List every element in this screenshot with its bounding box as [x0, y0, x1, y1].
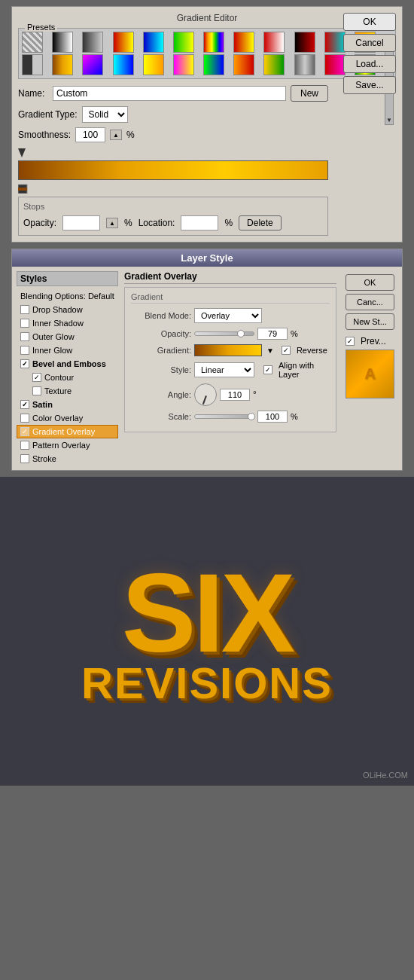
preset-13[interactable] [22, 54, 43, 75]
ok-button[interactable]: OK [343, 13, 396, 31]
preset-21[interactable] [263, 54, 285, 75]
banner: SIX REVISIONS OLiHe.COM [0, 477, 414, 786]
preset-9[interactable] [263, 32, 285, 53]
inner-shadow-checkbox[interactable] [20, 319, 29, 328]
name-input[interactable] [53, 86, 286, 101]
sidebar-bevel-emboss[interactable]: Bevel and Emboss [17, 357, 118, 371]
sidebar-inner-glow[interactable]: Inner Glow [17, 343, 118, 357]
delete-button[interactable]: Delete [239, 215, 282, 230]
sidebar-drop-shadow[interactable]: Drop Shadow [17, 303, 118, 316]
sidebar-outer-glow[interactable]: Outer Glow [17, 330, 118, 343]
angle-line [202, 395, 207, 405]
blending-options-label: Blending Options: Default [20, 292, 114, 301]
scale-input[interactable] [257, 411, 288, 423]
texture-label: Texture [44, 386, 72, 395]
preset-18[interactable] [173, 54, 194, 75]
load-button[interactable]: Load... [343, 55, 396, 73]
align-checkbox[interactable] [263, 365, 272, 374]
gradient-bar[interactable] [18, 160, 328, 180]
angle-input[interactable] [220, 389, 250, 401]
color-overlay-checkbox[interactable] [20, 414, 29, 423]
preset-1[interactable] [22, 32, 43, 53]
sidebar-texture[interactable]: Texture [17, 384, 118, 398]
preset-10[interactable] [294, 32, 315, 53]
satin-checkbox[interactable] [20, 400, 29, 409]
sidebar-styles-label[interactable]: Styles [17, 271, 118, 286]
preset-19[interactable] [203, 54, 224, 75]
satin-label: Satin [32, 400, 53, 409]
top-stops [18, 148, 328, 159]
smoothness-input[interactable] [75, 127, 105, 142]
scroll-down-icon[interactable]: ▼ [386, 117, 392, 124]
angle-dial[interactable] [194, 383, 217, 406]
ls-cancel-button[interactable]: Canc... [346, 294, 394, 310]
preview-checkbox[interactable] [346, 337, 355, 346]
opacity-slider[interactable] [194, 331, 254, 336]
smoothness-row: Smoothness: ▲ % [18, 127, 328, 142]
preset-2[interactable] [52, 32, 73, 53]
sidebar-color-overlay[interactable]: Color Overlay [17, 411, 118, 425]
texture-checkbox[interactable] [32, 386, 41, 395]
smoothness-stepper-up[interactable]: ▲ [110, 130, 122, 140]
layer-style-title: Layer Style [12, 249, 402, 267]
preset-17[interactable] [143, 54, 164, 75]
sidebar-contour[interactable]: Contour [17, 371, 118, 384]
sidebar-blending-options[interactable]: Blending Options: Default [17, 289, 118, 303]
scale-slider-thumb[interactable] [248, 413, 255, 420]
opacity-input[interactable] [62, 215, 100, 230]
gradient-preview[interactable] [194, 344, 262, 356]
preset-22[interactable] [294, 54, 315, 75]
preset-11[interactable] [324, 32, 346, 53]
preset-3[interactable] [82, 32, 103, 53]
stroke-checkbox[interactable] [20, 454, 29, 463]
preset-7[interactable] [203, 32, 224, 53]
drop-shadow-checkbox[interactable] [20, 305, 29, 314]
stroke-label: Stroke [32, 454, 56, 463]
sidebar-stroke[interactable]: Stroke [17, 452, 118, 466]
top-stop-left-icon[interactable] [18, 148, 26, 157]
opacity-stepper[interactable]: ▲ [106, 218, 118, 228]
preset-15[interactable] [82, 54, 103, 75]
preset-4[interactable] [113, 32, 134, 53]
gradient-dropdown-icon[interactable]: ▼ [266, 347, 274, 355]
smoothness-pct: % [126, 130, 135, 140]
preset-20[interactable] [233, 54, 254, 75]
opacity-slider-thumb[interactable] [237, 330, 245, 337]
location-input[interactable] [181, 215, 218, 230]
bevel-emboss-checkbox[interactable] [20, 359, 29, 368]
preset-6[interactable] [173, 32, 194, 53]
gradient-type-row: Gradient Type: Solid Noise [18, 106, 328, 123]
gradient-overlay-checkbox[interactable] [20, 427, 29, 436]
gradient-type-select[interactable]: Solid Noise [82, 106, 128, 123]
sidebar-satin[interactable]: Satin [17, 398, 118, 411]
save-button[interactable]: Save... [343, 76, 396, 94]
style-select[interactable]: Linear Radial Angle [194, 362, 254, 377]
contour-checkbox[interactable] [32, 373, 41, 382]
outer-glow-label: Outer Glow [32, 332, 75, 341]
align-label: Align with Layer [279, 361, 330, 379]
align-row: Align with Layer [263, 361, 330, 379]
reverse-checkbox[interactable] [282, 346, 291, 355]
cancel-button[interactable]: Cancel [343, 34, 396, 52]
new-button[interactable]: New [291, 85, 328, 102]
preset-16[interactable] [113, 54, 134, 75]
name-row: Name: New [18, 85, 328, 102]
ls-new-style-button[interactable]: New St... [346, 313, 394, 330]
angle-label: Angle: [131, 390, 191, 399]
scale-slider[interactable] [194, 414, 254, 419]
inner-glow-checkbox[interactable] [20, 346, 29, 355]
blend-mode-select[interactable]: Overlay Normal Multiply [194, 308, 262, 323]
preset-14[interactable] [52, 54, 73, 75]
preset-5[interactable] [143, 32, 164, 53]
pattern-overlay-checkbox[interactable] [20, 441, 29, 450]
preset-23[interactable] [324, 54, 346, 75]
sidebar-pattern-overlay[interactable]: Pattern Overlay [17, 438, 118, 452]
preset-8[interactable] [233, 32, 254, 53]
location-pct: % [224, 218, 233, 228]
outer-glow-checkbox[interactable] [20, 332, 29, 341]
sidebar-gradient-overlay[interactable]: Gradient Overlay [17, 425, 118, 438]
sidebar-inner-shadow[interactable]: Inner Shadow [17, 316, 118, 330]
opacity-input[interactable] [257, 328, 288, 340]
ls-ok-button[interactable]: OK [346, 274, 394, 291]
bottom-stops [18, 182, 328, 194]
